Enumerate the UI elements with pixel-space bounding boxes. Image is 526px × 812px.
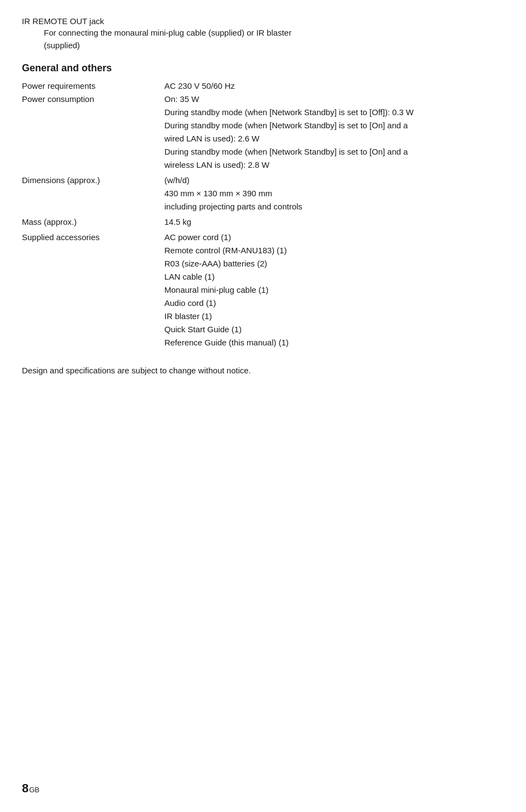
power-consumption-value: On: 35 W During standby mode (when [Netw… <box>142 93 504 172</box>
accessory-reference-guide: Reference Guide (this manual) (1) <box>164 336 504 349</box>
mass-label: Mass (approx.) <box>22 215 142 229</box>
supplied-accessories-row: Supplied accessories AC power cord (1) R… <box>22 231 504 349</box>
mass-row: Mass (approx.) 14.5 kg <box>22 215 504 229</box>
power-requirements-value: AC 230 V 50/60 Hz <box>142 80 504 93</box>
accessory-batteries: R03 (size-AAA) batteries (2) <box>164 257 504 270</box>
power-consumption-standby-on-wireless: During standby mode (when [Network Stand… <box>164 145 504 172</box>
power-consumption-label: Power consumption <box>22 93 142 172</box>
supplied-accessories-label: Supplied accessories <box>22 231 142 349</box>
page-locale: GB <box>29 786 39 794</box>
accessory-ac-cord: AC power cord (1) <box>164 231 504 244</box>
accessory-remote: Remote control (RM-ANU183) (1) <box>164 244 504 257</box>
power-requirements-label: Power requirements <box>22 80 142 93</box>
page-container: IR REMOTE OUT jack For connecting the mo… <box>0 0 526 419</box>
section-heading: General and others <box>22 63 504 74</box>
dimensions-whd: (w/h/d) <box>164 174 504 187</box>
dimensions-row: Dimensions (approx.) (w/h/d) 430 mm × 13… <box>22 174 504 213</box>
ir-jack-block: IR REMOTE OUT jack For connecting the mo… <box>22 16 504 52</box>
accessory-quick-start: Quick Start Guide (1) <box>164 323 504 336</box>
accessory-ir-blaster: IR blaster (1) <box>164 310 504 323</box>
power-consumption-standby-off: During standby mode (when [Network Stand… <box>164 106 504 119</box>
accessory-lan-cable: LAN cable (1) <box>164 270 504 283</box>
design-note: Design and specifications are subject to… <box>22 366 504 375</box>
page-number: 8 <box>22 781 28 796</box>
accessory-audio-cord: Audio cord (1) <box>164 297 504 310</box>
dimensions-label: Dimensions (approx.) <box>22 174 142 213</box>
power-consumption-row: Power consumption On: 35 W During standb… <box>22 93 504 172</box>
dimensions-value: (w/h/d) 430 mm × 130 mm × 390 mm includi… <box>142 174 504 213</box>
power-requirements-row: Power requirements AC 230 V 50/60 Hz <box>22 80 504 93</box>
accessory-mini-plug: Monaural mini-plug cable (1) <box>164 283 504 297</box>
dimensions-note: including projecting parts and controls <box>164 200 504 213</box>
ir-jack-title: IR REMOTE OUT jack <box>22 16 504 26</box>
power-consumption-standby-on-wired: During standby mode (when [Network Stand… <box>164 119 504 145</box>
supplied-accessories-value: AC power cord (1) Remote control (RM-ANU… <box>142 231 504 349</box>
ir-jack-desc: For connecting the monaural mini-plug ca… <box>22 27 504 52</box>
dimensions-size: 430 mm × 130 mm × 390 mm <box>164 187 504 200</box>
power-consumption-on: On: 35 W <box>164 93 504 106</box>
mass-value: 14.5 kg <box>142 215 504 229</box>
page-footer: 8 GB <box>22 781 39 796</box>
